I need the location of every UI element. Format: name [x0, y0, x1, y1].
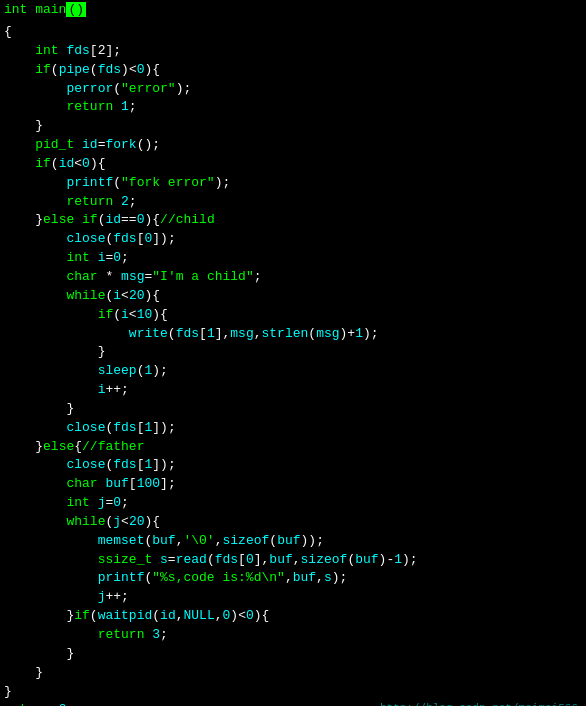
code-line: }: [4, 664, 582, 683]
code-line: if(id<0){: [4, 155, 582, 174]
code-line: int j=0;: [4, 494, 582, 513]
code-line: }else{//father: [4, 438, 582, 457]
code-line: }if(waitpid(id,NULL,0)<0){: [4, 607, 582, 626]
code-line: write(fds[1],msg,strlen(msg)+1);: [4, 325, 582, 344]
code-line: close(fds[1]);: [4, 456, 582, 475]
code-line: {: [4, 23, 582, 42]
code-line: if(i<10){: [4, 306, 582, 325]
title-highlight: (): [66, 2, 86, 17]
code-line: close(fds[1]);: [4, 419, 582, 438]
code-line: pid_t id=fork();: [4, 136, 582, 155]
title-prefix: int main: [4, 2, 66, 17]
code-line: perror("error");: [4, 80, 582, 99]
watermark: http://blog.csdn.net/meimei566: [380, 702, 578, 706]
code-line: char * msg="I'm a child";: [4, 268, 582, 287]
code-line: i++;: [4, 381, 582, 400]
code-line: printf("%s,code is:%d\n",buf,s);: [4, 569, 582, 588]
code-line: }: [4, 645, 582, 664]
code-line: if(pipe(fds)<0){: [4, 61, 582, 80]
code-line: int i=0;: [4, 249, 582, 268]
code-line: ssize_t s=read(fds[0],buf,sizeof(buf)-1)…: [4, 551, 582, 570]
code-line: while(i<20){: [4, 287, 582, 306]
code-line: sleep(1);: [4, 362, 582, 381]
code-line: }else if(id==0){//child: [4, 211, 582, 230]
code-line: }: [4, 683, 582, 702]
code-line: while(j<20){: [4, 513, 582, 532]
code-line: }: [4, 400, 582, 419]
title-bar: int main(): [0, 0, 586, 19]
code-line: close(fds[0]);: [4, 230, 582, 249]
code-line: return 2;: [4, 193, 582, 212]
code-line: memset(buf,'\0',sizeof(buf));: [4, 532, 582, 551]
code-container: int main() { int fds[2]; if(pipe(fds)<0)…: [0, 0, 586, 706]
code-line: printf("fork error");: [4, 174, 582, 193]
code-line: }: [4, 117, 582, 136]
code-line: return 1;: [4, 98, 582, 117]
code-line: char buf[100];: [4, 475, 582, 494]
code-body: { int fds[2]; if(pipe(fds)<0){ perror("e…: [0, 21, 586, 706]
code-line: int fds[2];: [4, 42, 582, 61]
code-line: return 3;: [4, 626, 582, 645]
code-line: j++;: [4, 588, 582, 607]
code-line: }: [4, 343, 582, 362]
